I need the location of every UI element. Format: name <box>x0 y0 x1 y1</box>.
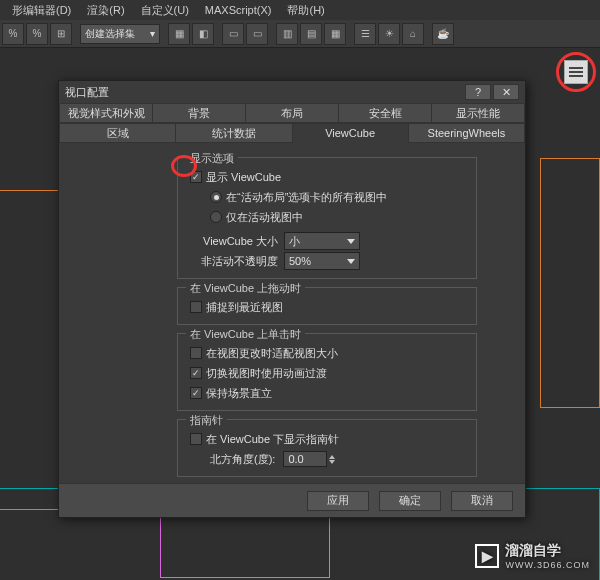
group-title: 显示选项 <box>186 151 238 166</box>
dialog-footer: 应用 确定 取消 <box>59 483 525 517</box>
tool-btn[interactable]: ▤ <box>300 23 322 45</box>
menu-item[interactable]: 自定义(U) <box>133 3 197 18</box>
checkbox-show-viewcube[interactable]: ✓ <box>190 171 202 183</box>
tabs-row-1: 视觉样式和外观 背景 布局 安全框 显示性能 <box>59 103 525 123</box>
tab-layout[interactable]: 布局 <box>245 103 338 123</box>
label-active-only: 仅在活动视图中 <box>226 210 303 225</box>
wire-orange-2 <box>540 158 600 408</box>
combo-value: 50% <box>289 255 311 267</box>
label-viewcube-size: ViewCube 大小 <box>190 234 278 249</box>
spinner-north[interactable]: 0.0 <box>283 451 327 467</box>
group-title: 在 ViewCube 上拖动时 <box>186 281 305 296</box>
tool-btn[interactable]: ☕ <box>432 23 454 45</box>
tab-viewcube[interactable]: ViewCube <box>292 123 408 143</box>
toolbar: % % ⊞ 创建选择集▾ ▦ ◧ ▭ ▭ ▥ ▤ ▦ ☰ ☀ ⌂ ☕ <box>0 20 600 48</box>
tool-btn[interactable]: ⌂ <box>402 23 424 45</box>
checkbox-up[interactable]: ✓ <box>190 387 202 399</box>
group-display-options: 显示选项 ✓ 显示 ViewCube 在“活动布局”选项卡的所有视图中 仅在活动… <box>177 157 477 279</box>
tool-btn[interactable]: % <box>2 23 24 45</box>
help-button[interactable]: ? <box>465 84 491 100</box>
tool-btn[interactable]: ▦ <box>324 23 346 45</box>
tool-btn[interactable]: ▭ <box>222 23 244 45</box>
radio-active-only[interactable] <box>210 211 222 223</box>
group-compass: 指南针 在 ViewCube 下显示指南针 北方角度(度): 0.0 <box>177 419 477 477</box>
label-all-views: 在“活动布局”选项卡的所有视图中 <box>226 190 387 205</box>
label-compass: 在 ViewCube 下显示指南针 <box>206 432 339 447</box>
tab-visual-style[interactable]: 视觉样式和外观 <box>59 103 152 123</box>
combo-value: 小 <box>289 234 300 249</box>
tool-btn[interactable]: ▭ <box>246 23 268 45</box>
tool-btn[interactable]: ▦ <box>168 23 190 45</box>
tab-region[interactable]: 区域 <box>59 123 175 143</box>
menu-item[interactable]: 形编辑器(D) <box>4 3 79 18</box>
watermark-url: WWW.3D66.COM <box>505 560 590 570</box>
spinner-arrows[interactable] <box>329 455 339 464</box>
menu-item[interactable]: 帮助(H) <box>279 3 332 18</box>
combo-inactive-opacity[interactable]: 50% <box>284 252 360 270</box>
tool-btn[interactable]: ▥ <box>276 23 298 45</box>
label-show-viewcube: 显示 ViewCube <box>206 170 281 185</box>
group-title: 指南针 <box>186 413 227 428</box>
watermark: ▶ 溜溜自学 WWW.3D66.COM <box>475 542 590 570</box>
menu-item[interactable]: 渲染(R) <box>79 3 132 18</box>
tab-safe-frame[interactable]: 安全框 <box>338 103 431 123</box>
apply-button[interactable]: 应用 <box>307 491 369 511</box>
tab-background[interactable]: 背景 <box>152 103 245 123</box>
label-up: 保持场景直立 <box>206 386 272 401</box>
checkbox-anim[interactable]: ✓ <box>190 367 202 379</box>
label-inactive-opacity: 非活动不透明度 <box>190 254 278 269</box>
watermark-text: 溜溜自学 <box>505 542 561 558</box>
tool-btn[interactable]: ☀ <box>378 23 400 45</box>
tab-statistics[interactable]: 统计数据 <box>175 123 291 143</box>
chevron-down-icon <box>347 259 355 264</box>
menu-item[interactable]: MAXScript(X) <box>197 4 280 16</box>
checkbox-snap[interactable] <box>190 301 202 313</box>
label-snap: 捕捉到最近视图 <box>206 300 283 315</box>
label-north: 北方角度(度): <box>210 452 275 467</box>
chevron-down-icon <box>347 239 355 244</box>
tool-btn[interactable]: ☰ <box>354 23 376 45</box>
viewcube-toggle-button[interactable] <box>564 60 588 84</box>
label-anim: 切换视图时使用动画过渡 <box>206 366 327 381</box>
group-click: 在 ViewCube 上单击时 在视图更改时适配视图大小 ✓ 切换视图时使用动画… <box>177 333 477 411</box>
viewport-config-dialog: 视口配置 ? ✕ 视觉样式和外观 背景 布局 安全框 显示性能 区域 统计数据 … <box>58 80 526 518</box>
named-selection-combo[interactable]: 创建选择集▾ <box>80 24 160 44</box>
checkbox-compass[interactable] <box>190 433 202 445</box>
radio-all-views[interactable] <box>210 191 222 203</box>
label-fit: 在视图更改时适配视图大小 <box>206 346 338 361</box>
dialog-title: 视口配置 <box>65 85 109 100</box>
tabs-row-2: 区域 统计数据 ViewCube SteeringWheels <box>59 123 525 143</box>
ok-button[interactable]: 确定 <box>379 491 441 511</box>
group-title: 在 ViewCube 上单击时 <box>186 327 305 342</box>
dialog-titlebar: 视口配置 ? ✕ <box>59 81 525 103</box>
play-icon: ▶ <box>475 544 499 568</box>
combo-value: 创建选择集 <box>85 27 135 41</box>
tab-steeringwheels[interactable]: SteeringWheels <box>408 123 525 143</box>
tab-display-perf[interactable]: 显示性能 <box>431 103 525 123</box>
wire-orange <box>0 190 60 510</box>
dialog-body: 显示选项 ✓ 显示 ViewCube 在“活动布局”选项卡的所有视图中 仅在活动… <box>59 143 525 483</box>
tool-btn[interactable]: ⊞ <box>50 23 72 45</box>
checkbox-fit[interactable] <box>190 347 202 359</box>
tool-btn[interactable]: ◧ <box>192 23 214 45</box>
group-drag: 在 ViewCube 上拖动时 捕捉到最近视图 <box>177 287 477 325</box>
combo-viewcube-size[interactable]: 小 <box>284 232 360 250</box>
cancel-button[interactable]: 取消 <box>451 491 513 511</box>
tool-btn[interactable]: % <box>26 23 48 45</box>
menubar: 形编辑器(D) 渲染(R) 自定义(U) MAXScript(X) 帮助(H) <box>0 0 600 20</box>
close-button[interactable]: ✕ <box>493 84 519 100</box>
